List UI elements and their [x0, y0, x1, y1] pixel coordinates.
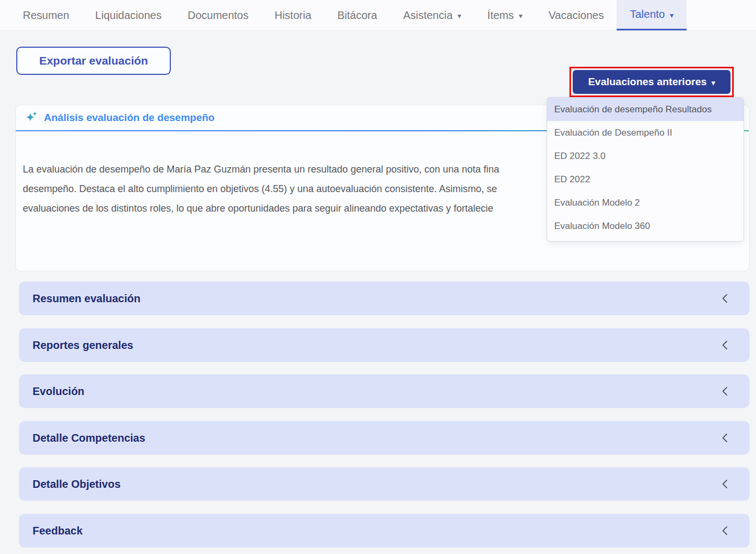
- tab-documentos[interactable]: Documentos: [175, 0, 261, 30]
- previous-evaluations-label: Evaluaciones anteriores: [588, 76, 707, 88]
- analysis-line: desempeño. Destaca el alto cumplimiento …: [23, 179, 499, 199]
- previous-evaluations-button[interactable]: Evaluaciones anteriores ▾: [573, 70, 731, 94]
- section-label: Reportes generales: [19, 339, 133, 352]
- tab-bitacora[interactable]: Bitácora: [324, 0, 390, 30]
- export-evaluation-button[interactable]: Exportar evaluación: [16, 47, 171, 75]
- section-label: Resumen evaluación: [19, 292, 140, 305]
- chevron-down-icon: ▾: [458, 11, 462, 20]
- section-detalle-competencias[interactable]: Detalle Competencias: [19, 421, 749, 455]
- section-label: Detalle Objetivos: [19, 478, 120, 491]
- tab-label: Ítems: [488, 9, 514, 22]
- chevron-left-icon: [721, 479, 728, 489]
- section-reportes-generales[interactable]: Reportes generales: [19, 328, 749, 362]
- top-navigation: Resumen Liquidaciones Documentos Histori…: [0, 0, 756, 31]
- section-feedback[interactable]: Feedback: [19, 514, 749, 547]
- chevron-left-icon: [721, 433, 728, 443]
- tab-label: Vacaciones: [549, 9, 604, 22]
- dropdown-item-evaluacion-modelo-360[interactable]: Evaluación Modelo 360: [547, 214, 744, 238]
- tab-label: Asistencia: [403, 9, 452, 22]
- chevron-left-icon: [721, 294, 728, 303]
- chevron-left-icon: [721, 526, 728, 536]
- tab-liquidaciones[interactable]: Liquidaciones: [82, 0, 175, 30]
- tab-historia[interactable]: Historia: [261, 0, 324, 30]
- chevron-left-icon: [721, 340, 728, 350]
- analysis-card-title: Análisis evaluación de desempeño: [44, 112, 215, 124]
- tab-label: Liquidaciones: [95, 9, 162, 22]
- tab-label: Bitácora: [337, 9, 377, 22]
- analysis-line: La evaluación de desempeño de María Paz …: [23, 160, 499, 179]
- section-label: Detalle Competencias: [19, 432, 145, 444]
- section-resumen-evaluacion[interactable]: Resumen evaluación: [19, 282, 749, 315]
- dropdown-item-evaluacion-desempeno-ii[interactable]: Evaluación de Desempeño II: [547, 121, 744, 144]
- chevron-down-icon: ▾: [518, 11, 522, 20]
- tab-label: Documentos: [188, 9, 248, 22]
- tab-talento[interactable]: Talento▾: [617, 0, 687, 30]
- previous-evaluations-dropdown: Evaluación de desempeño Resultados Evalu…: [547, 97, 744, 241]
- analysis-line: evaluaciones de los distintos roles, lo …: [23, 199, 499, 218]
- tab-label: Resumen: [23, 9, 69, 22]
- analysis-text: La evaluación de desempeño de María Paz …: [23, 160, 499, 218]
- section-detalle-objetivos[interactable]: Detalle Objetivos: [19, 467, 749, 501]
- tab-vacaciones[interactable]: Vacaciones: [536, 0, 617, 30]
- red-highlight-annotation: Evaluaciones anteriores ▾: [569, 67, 734, 97]
- chevron-left-icon: [721, 386, 728, 396]
- section-label: Feedback: [19, 525, 82, 537]
- dropdown-item-evaluacion-desempeno-resultados[interactable]: Evaluación de desempeño Resultados: [547, 98, 744, 121]
- tab-items[interactable]: Ítems▾: [475, 0, 536, 30]
- section-evolucion[interactable]: Evolución: [19, 374, 749, 408]
- tab-label: Talento: [630, 8, 665, 21]
- dropdown-item-ed-2022[interactable]: ED 2022: [547, 168, 744, 191]
- chevron-down-icon: ▾: [670, 11, 674, 20]
- dropdown-item-evaluacion-modelo-2[interactable]: Evaluación Modelo 2: [547, 191, 744, 214]
- tab-label: Historia: [274, 9, 311, 22]
- tab-asistencia[interactable]: Asistencia▾: [390, 0, 474, 30]
- sparkle-icon: [24, 111, 38, 125]
- section-label: Evolución: [19, 385, 85, 398]
- dropdown-item-ed-2022-3-0[interactable]: ED 2022 3.0: [547, 144, 744, 168]
- chevron-down-icon: ▾: [712, 79, 715, 87]
- tab-resumen[interactable]: Resumen: [10, 0, 82, 30]
